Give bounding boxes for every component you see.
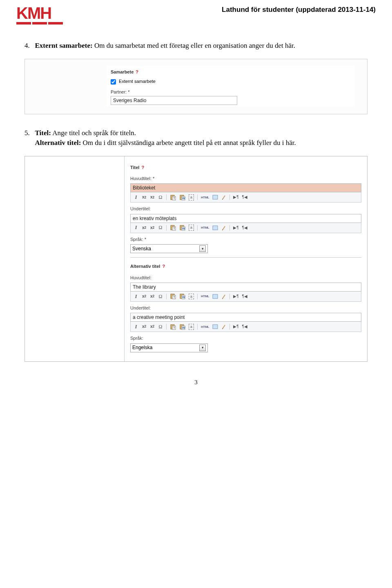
paste-plain-icon[interactable]: T xyxy=(169,323,177,330)
undertitel-input[interactable] xyxy=(130,214,361,223)
paste-plain-icon[interactable]: T xyxy=(169,224,177,232)
formatting-toolbar: Ix2x2ΩTWaHTML▶¶¶◀ xyxy=(130,292,361,302)
html-source-icon[interactable]: HTML xyxy=(200,293,210,300)
alt-huvudtitel-label: Huvudtitel: xyxy=(130,274,361,282)
paste-word-icon[interactable]: W xyxy=(178,194,187,201)
special-char-icon[interactable]: Ω xyxy=(157,194,164,201)
paste-plain-icon[interactable]: T xyxy=(169,293,177,300)
separator xyxy=(197,294,198,299)
separator xyxy=(197,194,198,200)
separator xyxy=(166,194,167,200)
paste-plain-icon[interactable]: T xyxy=(169,194,177,201)
separator xyxy=(229,194,230,200)
chevron-down-icon[interactable]: ▾ xyxy=(199,345,206,351)
italic-icon[interactable]: I xyxy=(132,224,140,232)
special-char-icon[interactable]: Ω xyxy=(157,224,164,232)
help-icon[interactable]: ? xyxy=(141,165,144,170)
svg-text:T: T xyxy=(173,196,175,200)
separator xyxy=(229,225,230,231)
special-char-icon[interactable]: Ω xyxy=(157,323,164,330)
svg-text:W: W xyxy=(182,196,185,200)
select-all-icon[interactable]: a xyxy=(187,323,195,330)
svg-text:W: W xyxy=(182,326,185,330)
alt-undertitel-label: Undertitel: xyxy=(130,304,361,312)
select-all-icon[interactable]: a xyxy=(187,224,195,232)
ltr-icon[interactable]: ▶¶ xyxy=(232,293,240,300)
alt-huvudtitel-input[interactable] xyxy=(130,283,361,292)
titel-heading: Titel xyxy=(130,165,139,170)
subscript-icon[interactable]: x2 xyxy=(140,323,148,330)
svg-text:T: T xyxy=(173,326,175,330)
svg-rect-13 xyxy=(213,226,218,230)
sprak-label: Språk: * xyxy=(130,236,361,243)
superscript-icon[interactable]: x2 xyxy=(149,293,156,300)
toggle-icon[interactable] xyxy=(211,224,219,232)
subscript-icon[interactable]: x2 xyxy=(140,224,148,232)
rtl-icon[interactable]: ¶◀ xyxy=(241,323,249,330)
rtl-icon[interactable]: ¶◀ xyxy=(241,224,249,232)
html-source-icon[interactable]: HTML xyxy=(200,194,210,201)
help-icon[interactable]: ? xyxy=(136,69,138,74)
clear-format-icon[interactable] xyxy=(220,293,227,300)
special-char-icon[interactable]: Ω xyxy=(157,293,164,300)
superscript-icon[interactable]: x2 xyxy=(149,323,156,330)
separator xyxy=(166,294,167,299)
rtl-icon[interactable]: ¶◀ xyxy=(241,194,249,201)
doc-header-title: Lathund för studenter (uppdaterad 2013-1… xyxy=(222,5,376,15)
italic-icon[interactable]: I xyxy=(132,293,140,300)
sprak-select[interactable]: Svenska ▾ xyxy=(130,244,208,253)
checkbox-label: Externt samarbete xyxy=(119,79,156,84)
rtl-icon[interactable]: ¶◀ xyxy=(241,293,249,300)
clear-format-icon[interactable] xyxy=(220,194,227,201)
clear-format-icon[interactable] xyxy=(220,224,227,232)
externt-samarbete-checkbox[interactable]: Externt samarbete xyxy=(111,79,156,84)
subscript-icon[interactable]: x2 xyxy=(140,293,148,300)
html-source-icon[interactable]: HTML xyxy=(200,224,210,232)
ltr-icon[interactable]: ▶¶ xyxy=(232,323,240,330)
alt-undertitel-input[interactable] xyxy=(130,313,361,322)
svg-text:W: W xyxy=(182,295,185,299)
toggle-icon[interactable] xyxy=(211,194,219,201)
toggle-icon[interactable] xyxy=(211,293,219,300)
clear-format-icon[interactable] xyxy=(220,323,227,330)
formatting-toolbar: Ix2x2ΩTWaHTML▶¶¶◀ xyxy=(130,223,361,233)
superscript-icon[interactable]: x2 xyxy=(149,224,156,232)
ltr-icon[interactable]: ▶¶ xyxy=(232,224,240,232)
svg-rect-6 xyxy=(213,195,218,199)
separator xyxy=(229,294,230,299)
partner-input[interactable] xyxy=(111,96,237,105)
chevron-down-icon[interactable]: ▾ xyxy=(199,245,206,252)
section-5-text: 5. Titel: Ange titel och språk för titel… xyxy=(24,128,376,148)
superscript-icon[interactable]: x2 xyxy=(149,194,156,201)
subscript-icon[interactable]: x2 xyxy=(140,194,148,201)
logo: KMH xyxy=(16,5,63,24)
screenshot-samarbete: Samarbete ? Externt samarbete Partner: * xyxy=(24,59,368,114)
formatting-toolbar: Ix2x2ΩTWaHTML▶¶¶◀ xyxy=(130,192,361,203)
samarbete-heading: Samarbete xyxy=(111,69,134,74)
partner-label: Partner: * xyxy=(111,88,351,96)
html-source-icon[interactable]: HTML xyxy=(200,323,210,330)
italic-icon[interactable]: I xyxy=(132,194,140,201)
huvudtitel-input[interactable] xyxy=(130,183,361,192)
toggle-icon[interactable] xyxy=(211,323,219,330)
separator xyxy=(197,324,198,330)
paste-word-icon[interactable]: W xyxy=(178,323,187,330)
italic-icon[interactable]: I xyxy=(132,323,140,330)
svg-text:T: T xyxy=(173,227,175,230)
select-all-icon[interactable]: a xyxy=(187,194,195,201)
undertitel-label: Undertitel: xyxy=(130,205,361,213)
alt-sprak-label: Språk: xyxy=(130,334,361,342)
alt-titel-heading: Alternativ titel xyxy=(130,264,160,269)
select-all-icon[interactable]: a xyxy=(187,293,195,300)
section-4-text: 4. Externt samarbete: Om du samarbetat m… xyxy=(24,41,376,51)
ltr-icon[interactable]: ▶¶ xyxy=(232,194,240,201)
alt-sprak-select[interactable]: Engelska ▾ xyxy=(130,343,208,352)
paste-word-icon[interactable]: W xyxy=(178,293,187,300)
separator xyxy=(197,225,198,231)
separator xyxy=(229,324,230,330)
logo-text: KMH xyxy=(16,5,51,21)
paste-word-icon[interactable]: W xyxy=(178,224,187,232)
separator xyxy=(166,225,167,231)
separator xyxy=(166,324,167,330)
help-icon[interactable]: ? xyxy=(162,264,165,269)
